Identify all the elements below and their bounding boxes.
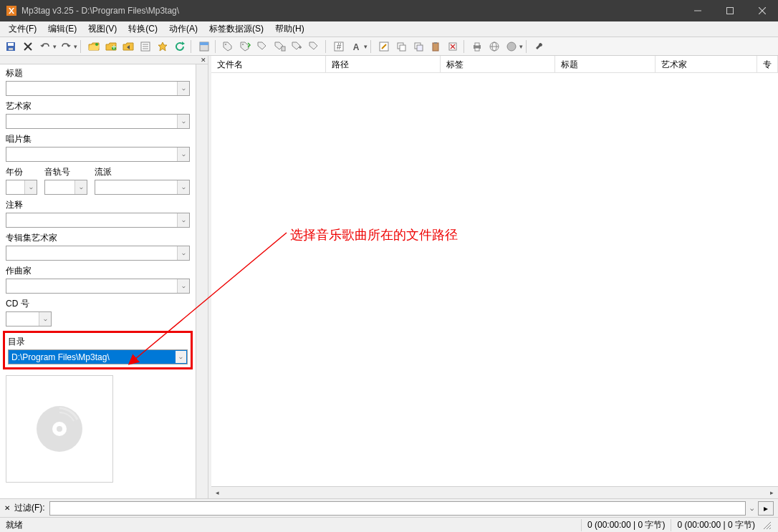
year-label: 年份: [6, 166, 37, 178]
undo-icon[interactable]: [37, 39, 53, 54]
actions-dropdown-icon[interactable]: ▾: [364, 43, 368, 50]
list-header: 文件名 路径 标签 标题 艺术家 专: [211, 56, 778, 73]
playlist-icon[interactable]: [138, 39, 153, 54]
web-icon[interactable]: [486, 39, 502, 54]
status-ready: 就绪: [6, 519, 581, 531]
albumartist-label: 专辑集艺术家: [6, 232, 190, 244]
filter-label: 过滤(F):: [14, 502, 45, 514]
status-selection: 0 (00:00:00 | 0 字节): [581, 519, 671, 531]
dropdown-icon[interactable]: ⌵: [175, 350, 187, 364]
menu-tag-sources[interactable]: 标签数据源(S): [203, 21, 269, 37]
cover-art-box[interactable]: [6, 375, 113, 483]
composer-field[interactable]: [6, 279, 190, 294]
app-icon: [6, 5, 17, 16]
web-dropdown-icon[interactable]: ▾: [519, 43, 523, 50]
dropdown-icon[interactable]: ⌵: [177, 180, 189, 194]
svg-rect-28: [417, 45, 423, 51]
copy-tag-icon[interactable]: [410, 39, 426, 54]
file-list: 文件名 路径 标签 标题 艺术家 专 ◂ ▸: [211, 56, 778, 498]
panel-close-icon[interactable]: ✕: [0, 56, 208, 64]
dropdown-icon[interactable]: ⌵: [177, 115, 189, 128]
edit-tag-icon[interactable]: [376, 39, 392, 54]
menu-edit[interactable]: 编辑(E): [42, 21, 82, 37]
folder-back-icon[interactable]: [120, 39, 136, 54]
svg-text:#: #: [337, 42, 342, 52]
dropdown-icon[interactable]: ⌵: [39, 312, 51, 326]
toolbar: ▾ ▾ + # A ▾ ▾: [0, 37, 778, 56]
col-album[interactable]: 专: [757, 56, 778, 72]
svg-rect-36: [475, 48, 479, 51]
redo-dropdown-icon[interactable]: ▾: [74, 43, 77, 50]
folder-open-icon[interactable]: [86, 39, 102, 54]
refresh-icon[interactable]: [172, 39, 188, 54]
filter-apply-button[interactable]: ▸: [758, 501, 774, 516]
status-bar: 就绪 0 (00:00:00 | 0 字节) 0 (00:00:00 | 0 字…: [0, 517, 778, 532]
undo-dropdown-icon[interactable]: ▾: [53, 43, 57, 50]
maximize-button[interactable]: [714, 0, 746, 21]
svg-point-40: [507, 42, 516, 51]
svg-rect-17: [200, 42, 208, 45]
dropdown-icon[interactable]: ⌵: [75, 180, 87, 194]
title-bar: Mp3tag v3.25 - D:\Program Files\Mp3tag\: [0, 0, 778, 21]
artist-field[interactable]: [6, 114, 190, 129]
remove-tag-icon[interactable]: [445, 39, 461, 54]
dropdown-icon[interactable]: ⌵: [24, 180, 37, 194]
tag-from-file-icon[interactable]: [221, 39, 236, 54]
file-from-tag-icon[interactable]: [238, 39, 254, 54]
close-button[interactable]: [746, 0, 778, 21]
col-title[interactable]: 标题: [555, 56, 655, 72]
albumartist-field[interactable]: [6, 246, 190, 261]
album-label: 唱片集: [6, 133, 190, 145]
paste-icon[interactable]: [428, 39, 443, 54]
horizontal-scrollbar[interactable]: ◂ ▸: [211, 486, 778, 498]
svg-rect-1: [726, 8, 733, 14]
dropdown-icon[interactable]: ⌵: [177, 213, 189, 227]
discnum-label: CD 号: [6, 298, 190, 310]
directory-field[interactable]: [8, 349, 188, 364]
col-tag[interactable]: 标签: [441, 56, 555, 72]
resize-grip[interactable]: [761, 519, 772, 531]
menu-file[interactable]: 文件(F): [3, 21, 42, 37]
folder-add-icon[interactable]: +: [103, 39, 119, 54]
menu-actions[interactable]: 动作(A): [163, 21, 203, 37]
list-body[interactable]: [211, 73, 778, 486]
tag-to-tag-icon[interactable]: [255, 39, 271, 54]
col-filename[interactable]: 文件名: [211, 56, 326, 72]
filter-input[interactable]: [49, 501, 746, 516]
dropdown-icon[interactable]: ⌵: [177, 246, 189, 260]
dropdown-icon[interactable]: ⌵: [177, 279, 189, 293]
genre-field[interactable]: [95, 180, 190, 195]
dropdown-icon[interactable]: ⌵: [177, 147, 189, 161]
scroll-right-icon[interactable]: ▸: [766, 487, 778, 498]
autonumber-icon[interactable]: #: [331, 39, 347, 54]
sidebar-scrollbar[interactable]: [196, 64, 208, 498]
title-field[interactable]: [6, 81, 190, 96]
svg-point-43: [57, 426, 62, 432]
favorite-icon[interactable]: [155, 39, 171, 54]
actions-icon[interactable]: A: [348, 39, 364, 54]
tag-import-icon[interactable]: [289, 39, 305, 54]
web-search-icon[interactable]: [504, 39, 519, 54]
minimize-button[interactable]: [681, 0, 714, 21]
tag-export-icon[interactable]: [307, 39, 322, 54]
copy-icon[interactable]: [393, 39, 409, 54]
menu-view[interactable]: 视图(V): [82, 21, 123, 37]
svg-rect-35: [475, 43, 479, 46]
album-field[interactable]: [6, 147, 190, 162]
save-icon[interactable]: [3, 39, 19, 54]
filter-dropdown-icon[interactable]: ⌵: [750, 505, 754, 512]
menu-help[interactable]: 帮助(H): [269, 21, 310, 37]
select-all-icon[interactable]: [196, 39, 212, 54]
col-path[interactable]: 路径: [326, 56, 441, 72]
menu-convert[interactable]: 转换(C): [123, 21, 163, 37]
scroll-left-icon[interactable]: ◂: [211, 487, 224, 498]
tag-copy-icon[interactable]: [272, 39, 288, 54]
redo-icon[interactable]: [58, 39, 74, 54]
tools-icon[interactable]: [532, 39, 547, 54]
print-icon[interactable]: [469, 39, 485, 54]
comment-field[interactable]: [6, 213, 190, 228]
delete-icon[interactable]: [20, 39, 36, 54]
filter-close-icon[interactable]: ✕: [4, 504, 10, 512]
dropdown-icon[interactable]: ⌵: [177, 82, 189, 95]
col-artist[interactable]: 艺术家: [655, 56, 757, 72]
